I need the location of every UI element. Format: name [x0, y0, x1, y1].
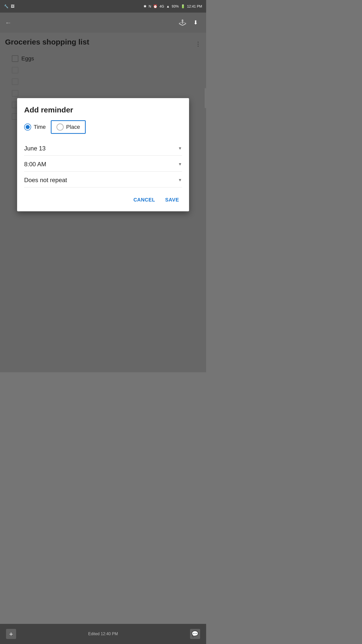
app-bar: ← 🕹 ⬇: [0, 13, 206, 33]
status-bar: 🔧 🖼 ✱ N ⏰ 4G ▲ 93% 🔋 12:41 PM: [0, 0, 206, 13]
signal-icon: ▲: [166, 4, 170, 8]
place-option[interactable]: Place: [51, 120, 86, 134]
time-label: Time: [34, 124, 46, 130]
save-button[interactable]: SAVE: [162, 194, 182, 205]
repeat-value: Does not repeat: [24, 177, 67, 184]
place-radio[interactable]: [57, 124, 64, 131]
time-radio[interactable]: [24, 124, 31, 131]
time-display: 12:41 PM: [187, 4, 202, 8]
date-dropdown-arrow: ▼: [178, 146, 182, 151]
repeat-dropdown-arrow: ▼: [178, 178, 182, 182]
image-icon: 🖼: [11, 4, 14, 8]
wrench-icon: 🔧: [4, 4, 8, 8]
download-button[interactable]: ⬇: [190, 17, 201, 28]
add-reminder-dialog: Add reminder Time Place June 13 ▼ 8:00 A…: [17, 98, 189, 211]
repeat-dropdown[interactable]: Does not repeat ▼: [24, 172, 182, 187]
time-dropdown-arrow: ▼: [178, 162, 182, 167]
battery-icon: 🔋: [181, 4, 185, 8]
bluetooth-icon: ✱: [144, 4, 147, 8]
reminder-type-row: Time Place: [24, 120, 182, 134]
4g-icon: 4G: [159, 4, 164, 8]
date-dropdown[interactable]: June 13 ▼: [24, 140, 182, 156]
dialog-title: Add reminder: [24, 106, 182, 114]
back-button[interactable]: ←: [5, 19, 12, 27]
time-value: 8:00 AM: [24, 161, 46, 168]
time-dropdown[interactable]: 8:00 AM ▼: [24, 156, 182, 172]
alarm-icon: ⏰: [153, 4, 157, 8]
cancel-button[interactable]: CANCEL: [130, 194, 158, 205]
time-option[interactable]: Time: [24, 124, 46, 131]
date-value: June 13: [24, 145, 46, 152]
status-bar-right: ✱ N ⏰ 4G ▲ 93% 🔋 12:41 PM: [144, 4, 202, 8]
place-label: Place: [66, 124, 80, 130]
status-bar-left: 🔧 🖼: [4, 4, 14, 8]
main-content: Groceries shopping list ⋮ ⠿ Eggs ⠿ ⠿ ⠿ ⠿…: [0, 33, 206, 372]
joystick-icon[interactable]: 🕹: [179, 19, 186, 27]
app-bar-icons: 🕹 ⬇: [179, 17, 201, 28]
battery-percent: 93%: [172, 4, 179, 8]
dialog-actions: CANCEL SAVE: [24, 194, 182, 205]
nfc-icon: N: [149, 4, 151, 8]
